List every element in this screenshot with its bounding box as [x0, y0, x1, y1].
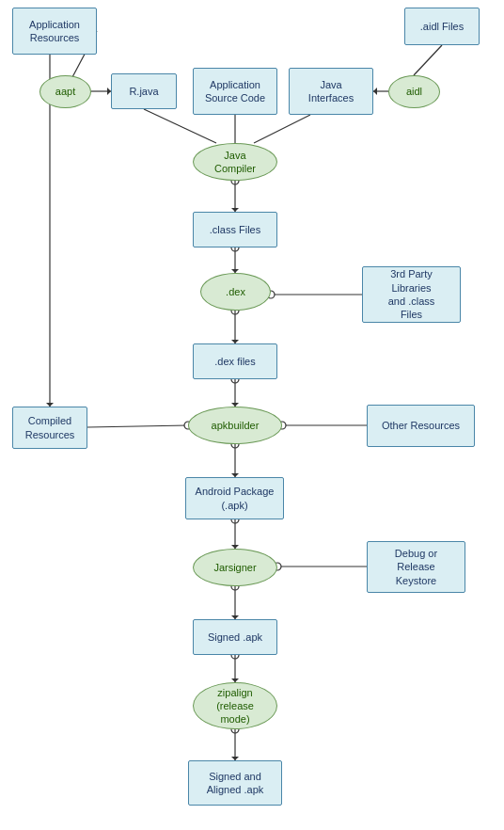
svg-marker-5 [373, 88, 377, 95]
class-files-node: .class Files [193, 212, 277, 247]
aidl-node: aidl [388, 75, 440, 108]
android-package-node: Android Package(.apk) [185, 477, 284, 519]
compiled-resources-label: CompiledResources [25, 414, 75, 441]
aidl-files-node: .aidl Files [404, 8, 480, 45]
apkbuilder-label: apkbuilder [212, 419, 260, 432]
app-source-node: ApplicationSource Code [193, 68, 277, 115]
rjava-node: R.java [111, 73, 177, 109]
debug-keystore-label: Debug orReleaseKeystore [395, 547, 437, 587]
app-resources-node: Application Resources [12, 8, 97, 55]
signed-apk-node: Signed .apk [193, 619, 277, 655]
jarsigner-node: Jarsigner [193, 549, 277, 586]
other-resources-label: Other Resources [382, 419, 460, 432]
java-interfaces-node: JavaInterfaces [289, 68, 373, 115]
signed-aligned-label: Signed andAligned .apk [207, 770, 264, 797]
android-package-label: Android Package(.apk) [196, 485, 275, 512]
aidl-files-label: .aidl Files [420, 20, 464, 33]
debug-keystore-node: Debug orReleaseKeystore [367, 541, 465, 593]
java-compiler-node: JavaCompiler [193, 143, 277, 181]
svg-line-3 [414, 45, 442, 75]
app-source-label: ApplicationSource Code [205, 78, 265, 105]
aapt-node: aapt [39, 75, 91, 108]
rjava-label: R.java [129, 85, 158, 98]
other-resources-node: Other Resources [367, 405, 475, 447]
dex-files-label: .dex files [214, 355, 255, 368]
third-party-label: 3rd PartyLibrariesand .classFiles [388, 267, 435, 321]
app-resources-label: Application Resources [19, 18, 90, 45]
svg-line-8 [254, 115, 310, 143]
dex-files-node: .dex files [193, 343, 277, 379]
signed-apk-label: Signed .apk [208, 630, 262, 644]
dex-node: .dex [200, 273, 271, 311]
dex-label: .dex [226, 285, 245, 298]
aidl-label: aidl [406, 85, 422, 98]
svg-line-23 [87, 425, 188, 427]
apkbuilder-node: apkbuilder [188, 407, 282, 444]
compiled-resources-node: CompiledResources [12, 407, 87, 449]
aapt-label: aapt [55, 85, 75, 98]
jarsigner-label: Jarsigner [213, 561, 256, 574]
third-party-node: 3rd PartyLibrariesand .classFiles [362, 266, 461, 323]
java-interfaces-label: JavaInterfaces [308, 78, 354, 105]
zipalign-label: zipalign(releasemode) [216, 686, 254, 726]
java-compiler-label: JavaCompiler [214, 149, 256, 176]
zipalign-node: zipalign(releasemode) [193, 682, 277, 729]
class-files-label: .class Files [210, 223, 260, 236]
signed-aligned-node: Signed andAligned .apk [188, 760, 282, 806]
